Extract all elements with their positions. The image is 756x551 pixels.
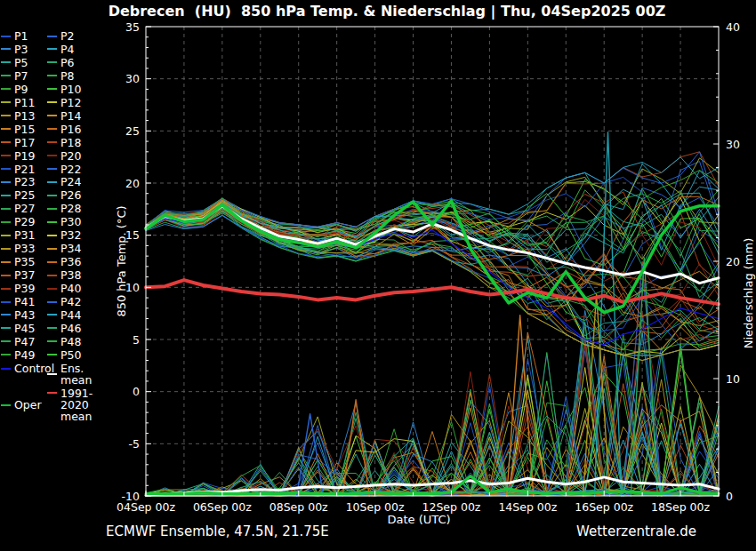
temp-member-line (146, 212, 719, 350)
temp-member-line (146, 202, 719, 326)
legend-swatch (47, 221, 57, 223)
legend-item-p30: P30 (47, 216, 81, 228)
legend-swatch (1, 340, 11, 342)
legend-swatch (47, 61, 57, 63)
footer-brand: Wetterzentrale.de (576, 523, 696, 539)
legend-swatch (1, 368, 11, 370)
legend-label: P1 (14, 30, 28, 42)
legend-label: P19 (14, 150, 35, 162)
legend-swatch (47, 101, 57, 103)
legend-swatch (47, 261, 57, 263)
legend-item-p13: P13 (1, 110, 35, 122)
x-tick-label: 10Sep 00z (346, 500, 405, 514)
legend-label: P6 (60, 57, 75, 68)
legend-item-p35: P35 (1, 256, 35, 268)
legend-label: Ens. mean (60, 363, 116, 386)
left-axis-label: 850 hPa Temp. (°C) (115, 205, 128, 316)
legend-swatch (47, 115, 57, 116)
temp-member-line (146, 213, 719, 339)
legend-label: P2 (60, 30, 75, 42)
x-tick-label: 08Sep 00z (269, 500, 328, 514)
legend-label: P46 (60, 323, 81, 334)
legend-label: P16 (60, 124, 81, 135)
legend-item-p32: P32 (47, 229, 81, 241)
legend-item-ens-mean: Ens. mean (47, 363, 116, 386)
legend-item-p43: P43 (1, 309, 35, 321)
legend-item-p23: P23 (1, 176, 35, 188)
right-tick-label: 10 (726, 372, 740, 386)
left-tick-label: 30 (125, 72, 140, 85)
legend-label: P49 (14, 349, 35, 361)
legend-item-p25: P25 (1, 189, 35, 201)
legend-item-p45: P45 (1, 323, 35, 334)
chart-title: Debrecen (HU) 850 hPa Temp. & Niederschl… (18, 3, 756, 20)
legend-item-p33: P33 (1, 243, 35, 254)
legend-swatch (1, 314, 11, 315)
legend-swatch (1, 261, 11, 263)
legend-swatch (1, 275, 11, 276)
legend-swatch (47, 301, 57, 303)
legend-label: P28 (60, 203, 81, 214)
legend-label: P25 (14, 189, 35, 201)
legend-item-p18: P18 (47, 137, 81, 148)
legend-label: P40 (60, 283, 81, 294)
left-tick-label: -5 (129, 437, 140, 451)
legend-label: P18 (60, 137, 81, 148)
x-tick-label: 04Sep 00z (117, 500, 175, 514)
legend-swatch (47, 340, 57, 342)
legend-item-p31: P31 (1, 229, 35, 241)
ensemble-legend: P1P2P3P4P5P6P7P8P9P10P11P12P13P14P15P16P… (0, 0, 116, 444)
legend-label: P3 (14, 44, 28, 55)
legend-swatch (47, 88, 57, 90)
legend-label: P29 (14, 216, 35, 228)
legend-label: P33 (14, 243, 35, 254)
legend-label: P8 (60, 70, 75, 82)
legend-swatch (1, 88, 11, 90)
legend-item-p22: P22 (47, 164, 81, 175)
legend-swatch (47, 327, 57, 329)
legend-item-p7: P7 (1, 70, 28, 82)
legend-swatch (1, 404, 11, 406)
legend-swatch (47, 248, 57, 250)
legend-item-p14: P14 (47, 110, 81, 122)
legend-swatch (47, 354, 57, 355)
legend-swatch (47, 128, 57, 130)
legend-item-p16: P16 (47, 124, 81, 135)
legend-item-p28: P28 (47, 203, 81, 214)
legend-item-p46: P46 (47, 323, 81, 334)
legend-item-p10: P10 (47, 84, 81, 95)
legend-swatch (1, 101, 11, 103)
legend-item-p12: P12 (47, 97, 81, 108)
legend-item-p47: P47 (1, 336, 35, 347)
legend-label: P27 (14, 203, 35, 214)
legend-label: P5 (14, 57, 28, 68)
legend-swatch (1, 168, 11, 170)
legend-swatch (47, 392, 57, 394)
legend-swatch (47, 235, 57, 236)
legend-swatch (1, 75, 11, 76)
legend-label: P17 (14, 137, 35, 148)
legend-label: P35 (14, 256, 35, 268)
legend-label: P13 (14, 110, 35, 122)
legend-item-p11: P11 (1, 97, 35, 108)
legend-item-p24: P24 (47, 176, 81, 188)
legend-item-p17: P17 (1, 137, 35, 148)
legend-item-p4: P4 (47, 44, 75, 55)
legend-item-p3: P3 (1, 44, 28, 55)
legend-swatch (47, 373, 57, 375)
legend-label: P4 (60, 44, 75, 55)
legend-swatch (47, 168, 57, 170)
legend-item-p15: P15 (1, 124, 35, 135)
legend-item-p40: P40 (47, 283, 81, 294)
legend-swatch (1, 195, 11, 196)
legend-label: P42 (60, 296, 81, 307)
legend-label: P50 (60, 349, 81, 361)
legend-label: P11 (14, 97, 35, 108)
legend-label: P14 (60, 110, 81, 122)
legend-item-p48: P48 (47, 336, 81, 347)
ensemble-meteogram: Debrecen (HU) 850 hPa Temp. & Niederschl… (0, 0, 756, 551)
x-tick-label: 06Sep 00z (193, 500, 252, 514)
legend-label: P44 (60, 309, 81, 321)
legend-item-oper: Oper (1, 399, 42, 411)
left-tick-label: 0 (133, 385, 140, 398)
